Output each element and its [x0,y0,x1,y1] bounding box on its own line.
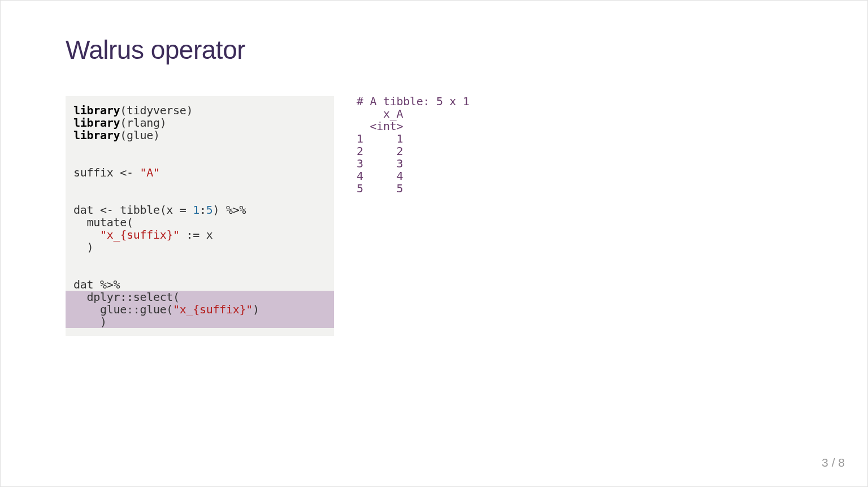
content-columns: library(tidyverse) library(rlang) librar… [66,96,802,336]
code-glue-prefix: glue::glue( [73,303,173,316]
code-column: library(tidyverse) library(rlang) librar… [66,96,334,336]
code-keyword-library: library [73,104,120,117]
slide-title: Walrus operator [66,35,802,65]
r-output-block: # A tibble: 5 x 1 x_A <int> 1 1 2 2 3 3 … [357,95,802,195]
code-mutate-tail: := x [180,228,213,242]
code-colon: : [199,203,206,217]
output-row: 4 4 [357,169,403,183]
code-indent [73,228,100,242]
code-string-a: "A" [140,166,159,179]
page-total: 8 [838,456,845,469]
code-arg-rlang: (rlang) [120,116,166,130]
code-arg-glue: (glue) [120,128,159,142]
code-select-line: dplyr::select( [73,290,180,304]
output-header: # A tibble: 5 x 1 [357,94,470,108]
code-suffix-assign: suffix <- [73,166,140,179]
output-column: # A tibble: 5 x 1 x_A <int> 1 1 2 2 3 3 … [357,96,802,336]
page-sep: / [828,456,839,469]
code-close-paren2: ) [73,315,107,329]
slide-container: Walrus operator library(tidyverse) libra… [1,1,867,486]
r-code-block: library(tidyverse) library(rlang) librar… [66,96,334,336]
code-keyword-library: library [73,116,120,130]
output-row: 1 1 [357,132,403,145]
code-glue-suffix: ) [253,303,259,316]
output-colname: x_A [357,107,403,120]
code-string-xsuffix: "x_{suffix}" [100,228,180,242]
code-string-xsuffix2: "x_{suffix}" [173,303,253,316]
code-num-one: 1 [193,203,199,217]
code-dat-assign: dat <- tibble(x = [73,203,193,217]
code-dat-tail: ) %>% [213,203,246,217]
code-close-paren: ) [73,240,93,254]
output-type: <int> [357,119,403,133]
code-num-five: 5 [206,203,213,217]
code-dat-pipe: dat %>% [73,278,120,291]
code-keyword-library: library [73,128,120,142]
code-highlighted-region: dplyr::select( glue::glue("x_{suffix}") … [66,291,334,328]
code-arg-tidyverse: (tidyverse) [120,104,193,117]
output-row: 2 2 [357,144,403,158]
page-number: 3 / 8 [822,456,845,469]
page-current: 3 [822,456,828,469]
output-row: 5 5 [357,182,403,195]
code-mutate-open: mutate( [73,216,133,229]
output-row: 3 3 [357,157,403,170]
